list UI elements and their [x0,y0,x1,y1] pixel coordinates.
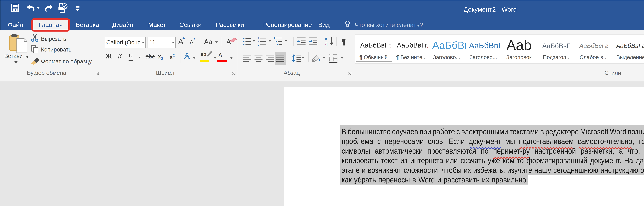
svg-text:Я: Я [324,42,328,46]
svg-text:3: 3 [258,44,259,46]
svg-text:1: 1 [258,37,259,40]
svg-text:2: 2 [258,40,259,43]
svg-text:А: А [324,36,328,41]
